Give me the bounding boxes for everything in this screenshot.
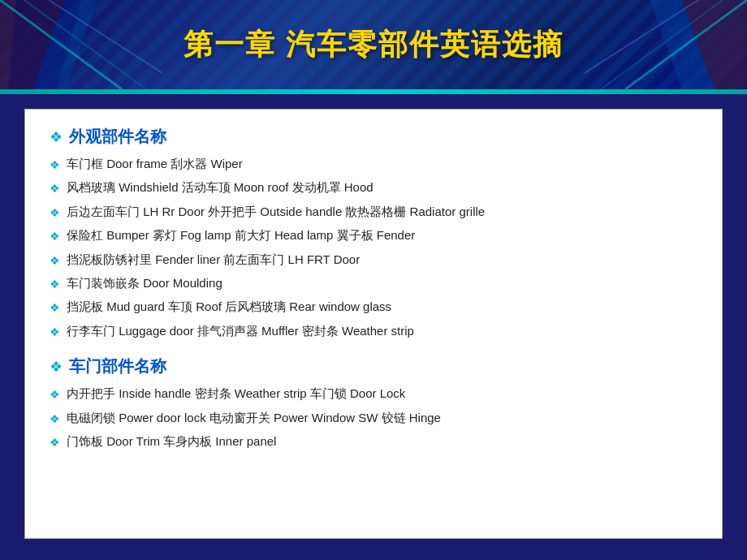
door-section-title: ❖ 车门部件名称 [50, 355, 697, 377]
item-text: 行李车门 Luggage door 排气消声器 Muffler 密封条 Weat… [67, 321, 414, 341]
exterior-section: ❖ 外观部件名称 ❖ 车门框 Door frame 刮水器 Wiper ❖ 风档… [50, 126, 697, 341]
exterior-heading: 外观部件名称 [69, 126, 166, 148]
item-diamond-icon: ❖ [50, 323, 60, 341]
item-diamond-icon: ❖ [50, 386, 60, 403]
item-diamond-icon: ❖ [50, 156, 60, 174]
list-item: ❖ 内开把手 Inside handle 密封条 Weather strip 车… [50, 384, 697, 403]
item-diamond-icon: ❖ [50, 410, 60, 428]
item-text: 挡泥板防锈衬里 Fender liner 前左面车门 LH FRT Door [67, 250, 360, 269]
item-text: 保险杠 Bumper 雾灯 Fog lamp 前大灯 Head lamp 翼子板… [67, 226, 415, 245]
list-item: ❖ 风档玻璃 Windshield 活动车顶 Moon roof 发动机罩 Ho… [50, 178, 697, 197]
header: 第一章 汽车零部件英语选摘 [0, 0, 747, 89]
main-content: ❖ 外观部件名称 ❖ 车门框 Door frame 刮水器 Wiper ❖ 风档… [24, 109, 723, 539]
item-text: 电磁闭锁 Power door lock 电动窗开关 Power Window … [67, 408, 441, 428]
item-text: 车门装饰嵌条 Door Moulding [67, 274, 222, 293]
item-text: 后边左面车门 LH Rr Door 外开把手 Outside handle 散热… [67, 202, 485, 222]
list-item: ❖ 挡泥板 Mud guard 车顶 Roof 后风档玻璃 Rear windo… [50, 297, 697, 317]
slide: 第一章 汽车零部件英语选摘 ❖ 外观部件名称 ❖ 车门框 Door frame … [0, 0, 747, 560]
item-diamond-icon: ❖ [50, 252, 60, 269]
header-deco-right [585, 0, 747, 89]
list-item: ❖ 门饰板 Door Trim 车身内板 Inner panel [50, 432, 697, 451]
item-diamond-icon: ❖ [50, 299, 60, 317]
item-text: 风档玻璃 Windshield 活动车顶 Moon roof 发动机罩 Hood [67, 178, 374, 197]
item-text: 挡泥板 Mud guard 车顶 Roof 后风档玻璃 Rear window … [67, 297, 391, 317]
header-border [0, 89, 747, 94]
list-item: ❖ 挡泥板防锈衬里 Fender liner 前左面车门 LH FRT Door [50, 250, 697, 269]
item-diamond-icon: ❖ [50, 227, 60, 245]
exterior-section-title: ❖ 外观部件名称 [50, 126, 697, 148]
item-text: 门饰板 Door Trim 车身内板 Inner panel [67, 432, 276, 451]
list-item: ❖ 车门装饰嵌条 Door Moulding [50, 274, 697, 293]
item-diamond-icon: ❖ [50, 433, 60, 451]
exterior-diamond-icon: ❖ [50, 128, 63, 146]
bottom-background [0, 554, 747, 560]
header-deco-left [0, 0, 162, 89]
list-item: ❖ 电磁闭锁 Power door lock 电动窗开关 Power Windo… [50, 408, 697, 428]
list-item: ❖ 行李车门 Luggage door 排气消声器 Muffler 密封条 We… [50, 321, 697, 341]
list-item: ❖ 车门框 Door frame 刮水器 Wiper [50, 154, 697, 174]
door-section: ❖ 车门部件名称 ❖ 内开把手 Inside handle 密封条 Weathe… [50, 355, 697, 451]
item-text: 车门框 Door frame 刮水器 Wiper [67, 154, 243, 174]
item-text: 内开把手 Inside handle 密封条 Weather strip 车门锁… [67, 384, 405, 403]
page-title: 第一章 汽车零部件英语选摘 [184, 25, 563, 65]
item-diamond-icon: ❖ [50, 275, 60, 293]
door-diamond-icon: ❖ [50, 358, 63, 376]
list-item: ❖ 后边左面车门 LH Rr Door 外开把手 Outside handle … [50, 202, 697, 222]
door-heading: 车门部件名称 [69, 355, 166, 377]
item-diamond-icon: ❖ [50, 204, 60, 222]
item-diamond-icon: ❖ [50, 179, 60, 197]
list-item: ❖ 保险杠 Bumper 雾灯 Fog lamp 前大灯 Head lamp 翼… [50, 226, 697, 245]
